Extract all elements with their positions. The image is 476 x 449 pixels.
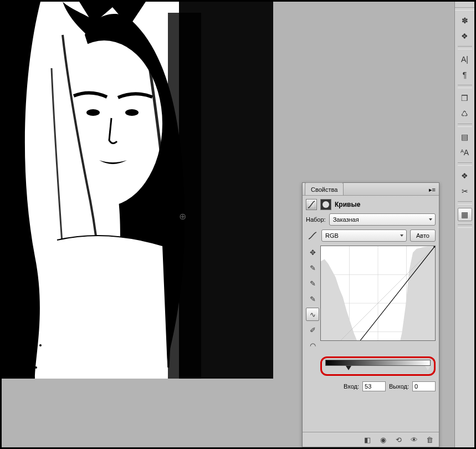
clip-layer-icon[interactable]: ◧ <box>362 435 372 445</box>
input-field[interactable] <box>362 381 386 391</box>
svg-point-8 <box>25 311 28 313</box>
tab-properties[interactable]: Свойства <box>305 182 344 195</box>
svg-point-9 <box>37 322 39 324</box>
character-icon[interactable]: A| <box>458 53 472 66</box>
adjustments-icon[interactable]: ✂ <box>458 185 472 198</box>
properties-panel: Свойства ▸≡ Кривые Набор: Заказная <box>302 182 439 447</box>
auto-button[interactable]: Авто <box>410 229 436 242</box>
auto-button-label: Авто <box>416 232 429 239</box>
channel-select[interactable]: RGB <box>321 229 407 242</box>
channel-value: RGB <box>325 232 339 239</box>
char-styles-icon[interactable]: ᴬA <box>458 146 472 159</box>
svg-point-6 <box>28 289 30 291</box>
layer-comps-icon[interactable]: ▤ <box>458 130 472 144</box>
svg-point-13 <box>35 366 37 369</box>
preset-value: Заказная <box>333 216 359 223</box>
visibility-icon[interactable]: 👁 <box>409 435 419 445</box>
curve-tool-icon[interactable]: ∿ <box>306 308 319 321</box>
brushes-icon[interactable]: ✽ <box>458 14 472 27</box>
svg-point-3 <box>46 40 162 207</box>
canvas-area[interactable]: ⊕ <box>2 2 273 379</box>
svg-point-12 <box>28 355 30 358</box>
reset-icon[interactable]: ⟲ <box>393 435 403 445</box>
panel-title: Кривые <box>335 201 360 208</box>
svg-rect-23 <box>434 246 435 247</box>
gray-point-icon[interactable]: ✎ <box>306 277 319 290</box>
smooth-tool-icon[interactable]: ◠ <box>306 339 319 352</box>
svg-point-11 <box>39 344 42 346</box>
curves-icon <box>306 199 317 210</box>
delete-icon[interactable]: 🗑 <box>424 435 434 445</box>
curves-graph[interactable] <box>320 246 436 341</box>
properties-icon[interactable]: ▦ <box>458 208 472 221</box>
clone-source-icon[interactable]: ♺ <box>458 107 472 120</box>
input-label: Вход: <box>344 383 359 390</box>
right-panel-dock: ✽❖A|¶❒♺▤ᴬA❖✂▦ <box>454 2 474 447</box>
pencil-tool-icon[interactable]: ✐ <box>306 323 319 336</box>
svg-point-10 <box>31 333 33 335</box>
panel-menu-icon[interactable]: ▸≡ <box>429 184 436 195</box>
white-point-icon[interactable]: ✎ <box>306 292 319 305</box>
svg-point-7 <box>34 300 36 302</box>
mask-icon <box>320 199 331 210</box>
view-previous-icon[interactable]: ◉ <box>378 435 388 445</box>
black-point-slider[interactable] <box>346 366 351 370</box>
paragraph-icon[interactable]: ¶ <box>458 68 472 81</box>
swatches-icon[interactable]: ❖ <box>458 29 472 43</box>
3d-icon[interactable]: ❒ <box>458 91 472 105</box>
input-gradient-highlight <box>320 356 436 376</box>
output-label: Выход: <box>389 383 409 390</box>
layers-icon[interactable]: ❖ <box>458 169 472 182</box>
svg-point-4 <box>86 109 100 116</box>
document-image <box>2 2 273 379</box>
preset-select[interactable]: Заказная <box>329 213 436 226</box>
input-gradient-bar[interactable] <box>325 360 431 366</box>
svg-point-5 <box>125 109 139 116</box>
output-field[interactable] <box>412 381 436 391</box>
target-tool-icon[interactable]: ✥ <box>306 246 319 259</box>
white-point-slider[interactable] <box>425 366 431 370</box>
black-point-icon[interactable]: ✎ <box>306 261 319 274</box>
tab-label: Свойства <box>311 186 337 193</box>
crosshair-cursor: ⊕ <box>179 211 186 222</box>
preset-label: Набор: <box>306 216 326 223</box>
channel-icon[interactable] <box>306 229 319 242</box>
